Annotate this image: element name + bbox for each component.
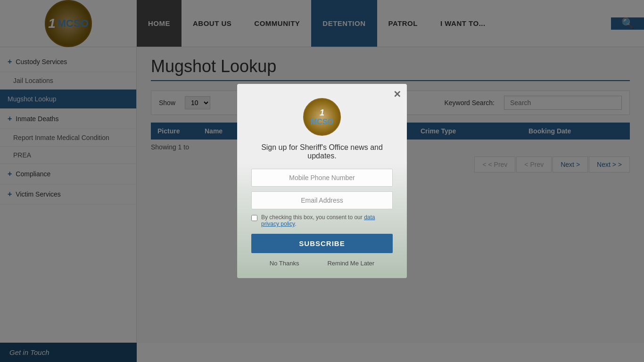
modal: ✕ 1 MCSO Sign up for Sheriff's Office ne… — [237, 84, 407, 278]
modal-links: No Thanks Remind Me Later — [270, 260, 374, 267]
consent-row: By checking this box, you consent to our… — [251, 214, 393, 227]
consent-checkbox[interactable] — [251, 215, 257, 221]
no-thanks-link[interactable]: No Thanks — [270, 260, 299, 267]
modal-logo: 1 MCSO — [303, 98, 341, 136]
modal-close-button[interactable]: ✕ — [393, 89, 401, 100]
modal-content: 1 MCSO Sign up for Sheriff's Office news… — [237, 84, 407, 278]
modal-title: Sign up for Sheriff's Office news and up… — [251, 143, 393, 160]
phone-input[interactable] — [251, 169, 393, 187]
modal-logo-inner: 1 MCSO — [311, 108, 333, 126]
modal-logo-mcso: MCSO — [311, 118, 333, 126]
subscribe-button[interactable]: SUBSCRIBE — [251, 234, 393, 253]
modal-overlay: ✕ 1 MCSO Sign up for Sheriff's Office ne… — [0, 0, 644, 362]
email-input[interactable] — [251, 191, 393, 209]
remind-later-link[interactable]: Remind Me Later — [327, 260, 374, 267]
modal-logo-one: 1 — [320, 108, 324, 118]
consent-text: By checking this box, you consent to our… — [261, 214, 393, 227]
